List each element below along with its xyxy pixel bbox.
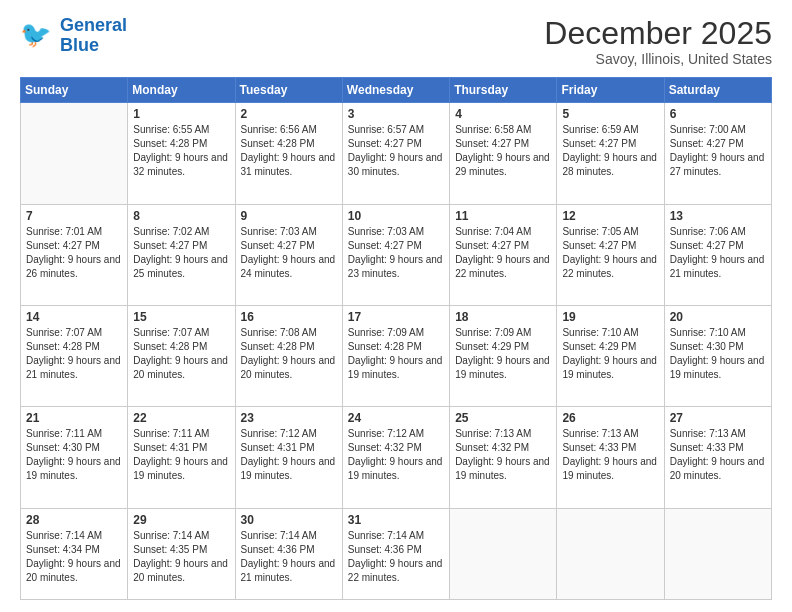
calendar-cell: 6Sunrise: 7:00 AMSunset: 4:27 PMDaylight… — [664, 103, 771, 204]
sunrise-text: Sunrise: 7:08 AM — [241, 326, 337, 340]
sunset-text: Sunset: 4:33 PM — [562, 441, 658, 455]
day-info: Sunrise: 6:58 AMSunset: 4:27 PMDaylight:… — [455, 123, 551, 179]
daylight-text: Daylight: 9 hours and 21 minutes. — [670, 253, 766, 281]
sunset-text: Sunset: 4:27 PM — [348, 137, 444, 151]
sunset-text: Sunset: 4:27 PM — [670, 137, 766, 151]
daylight-text: Daylight: 9 hours and 19 minutes. — [348, 354, 444, 382]
day-info: Sunrise: 6:57 AMSunset: 4:27 PMDaylight:… — [348, 123, 444, 179]
daylight-text: Daylight: 9 hours and 28 minutes. — [562, 151, 658, 179]
sunrise-text: Sunrise: 7:13 AM — [455, 427, 551, 441]
sunset-text: Sunset: 4:31 PM — [133, 441, 229, 455]
day-info: Sunrise: 7:14 AMSunset: 4:36 PMDaylight:… — [348, 529, 444, 585]
day-number: 22 — [133, 411, 229, 425]
calendar-week-row: 7Sunrise: 7:01 AMSunset: 4:27 PMDaylight… — [21, 204, 772, 305]
day-info: Sunrise: 6:56 AMSunset: 4:28 PMDaylight:… — [241, 123, 337, 179]
sunset-text: Sunset: 4:28 PM — [348, 340, 444, 354]
daylight-text: Daylight: 9 hours and 20 minutes. — [26, 557, 122, 585]
sunrise-text: Sunrise: 7:10 AM — [670, 326, 766, 340]
calendar-cell: 21Sunrise: 7:11 AMSunset: 4:30 PMDayligh… — [21, 407, 128, 508]
sunset-text: Sunset: 4:30 PM — [670, 340, 766, 354]
day-number: 8 — [133, 209, 229, 223]
sunset-text: Sunset: 4:27 PM — [26, 239, 122, 253]
sunrise-text: Sunrise: 7:09 AM — [455, 326, 551, 340]
sunrise-text: Sunrise: 7:11 AM — [26, 427, 122, 441]
day-info: Sunrise: 7:08 AMSunset: 4:28 PMDaylight:… — [241, 326, 337, 382]
calendar-cell: 26Sunrise: 7:13 AMSunset: 4:33 PMDayligh… — [557, 407, 664, 508]
day-number: 11 — [455, 209, 551, 223]
daylight-text: Daylight: 9 hours and 19 minutes. — [133, 455, 229, 483]
sunrise-text: Sunrise: 7:02 AM — [133, 225, 229, 239]
sunset-text: Sunset: 4:28 PM — [241, 137, 337, 151]
sunset-text: Sunset: 4:27 PM — [562, 137, 658, 151]
day-number: 29 — [133, 513, 229, 527]
sunset-text: Sunset: 4:29 PM — [562, 340, 658, 354]
day-number: 7 — [26, 209, 122, 223]
day-number: 18 — [455, 310, 551, 324]
day-number: 28 — [26, 513, 122, 527]
calendar-cell: 19Sunrise: 7:10 AMSunset: 4:29 PMDayligh… — [557, 305, 664, 406]
calendar-cell: 23Sunrise: 7:12 AMSunset: 4:31 PMDayligh… — [235, 407, 342, 508]
day-number: 19 — [562, 310, 658, 324]
sunset-text: Sunset: 4:32 PM — [348, 441, 444, 455]
sunset-text: Sunset: 4:32 PM — [455, 441, 551, 455]
logo-text: General Blue — [60, 16, 127, 56]
day-number: 26 — [562, 411, 658, 425]
sunrise-text: Sunrise: 6:59 AM — [562, 123, 658, 137]
weekday-header: Monday — [128, 78, 235, 103]
daylight-text: Daylight: 9 hours and 19 minutes. — [455, 455, 551, 483]
sunrise-text: Sunrise: 7:00 AM — [670, 123, 766, 137]
weekday-header: Friday — [557, 78, 664, 103]
weekday-header: Tuesday — [235, 78, 342, 103]
calendar-cell: 15Sunrise: 7:07 AMSunset: 4:28 PMDayligh… — [128, 305, 235, 406]
daylight-text: Daylight: 9 hours and 20 minutes. — [133, 354, 229, 382]
calendar-cell: 8Sunrise: 7:02 AMSunset: 4:27 PMDaylight… — [128, 204, 235, 305]
day-number: 5 — [562, 107, 658, 121]
page: 🐦 General Blue December 2025 Savoy, Illi… — [0, 0, 792, 612]
sunset-text: Sunset: 4:31 PM — [241, 441, 337, 455]
day-info: Sunrise: 7:03 AMSunset: 4:27 PMDaylight:… — [241, 225, 337, 281]
calendar-cell: 18Sunrise: 7:09 AMSunset: 4:29 PMDayligh… — [450, 305, 557, 406]
calendar-cell — [450, 508, 557, 599]
day-info: Sunrise: 7:06 AMSunset: 4:27 PMDaylight:… — [670, 225, 766, 281]
title-block: December 2025 Savoy, Illinois, United St… — [544, 16, 772, 67]
daylight-text: Daylight: 9 hours and 19 minutes. — [562, 455, 658, 483]
daylight-text: Daylight: 9 hours and 20 minutes. — [133, 557, 229, 585]
month-title: December 2025 — [544, 16, 772, 51]
sunrise-text: Sunrise: 7:12 AM — [348, 427, 444, 441]
day-number: 1 — [133, 107, 229, 121]
sunrise-text: Sunrise: 7:12 AM — [241, 427, 337, 441]
day-number: 16 — [241, 310, 337, 324]
sunset-text: Sunset: 4:36 PM — [348, 543, 444, 557]
weekday-header: Sunday — [21, 78, 128, 103]
sunrise-text: Sunrise: 7:14 AM — [26, 529, 122, 543]
day-info: Sunrise: 7:11 AMSunset: 4:30 PMDaylight:… — [26, 427, 122, 483]
sunset-text: Sunset: 4:36 PM — [241, 543, 337, 557]
day-info: Sunrise: 7:04 AMSunset: 4:27 PMDaylight:… — [455, 225, 551, 281]
daylight-text: Daylight: 9 hours and 19 minutes. — [348, 455, 444, 483]
sunrise-text: Sunrise: 7:04 AM — [455, 225, 551, 239]
calendar-cell: 14Sunrise: 7:07 AMSunset: 4:28 PMDayligh… — [21, 305, 128, 406]
sunrise-text: Sunrise: 6:56 AM — [241, 123, 337, 137]
sunset-text: Sunset: 4:27 PM — [562, 239, 658, 253]
day-info: Sunrise: 7:11 AMSunset: 4:31 PMDaylight:… — [133, 427, 229, 483]
day-info: Sunrise: 7:14 AMSunset: 4:34 PMDaylight:… — [26, 529, 122, 585]
sunrise-text: Sunrise: 7:14 AM — [241, 529, 337, 543]
day-number: 9 — [241, 209, 337, 223]
calendar-cell — [557, 508, 664, 599]
sunrise-text: Sunrise: 7:11 AM — [133, 427, 229, 441]
calendar-cell: 5Sunrise: 6:59 AMSunset: 4:27 PMDaylight… — [557, 103, 664, 204]
calendar-cell: 22Sunrise: 7:11 AMSunset: 4:31 PMDayligh… — [128, 407, 235, 508]
day-number: 15 — [133, 310, 229, 324]
day-info: Sunrise: 6:55 AMSunset: 4:28 PMDaylight:… — [133, 123, 229, 179]
sunset-text: Sunset: 4:27 PM — [133, 239, 229, 253]
svg-text:🐦: 🐦 — [20, 19, 52, 50]
daylight-text: Daylight: 9 hours and 21 minutes. — [26, 354, 122, 382]
sunset-text: Sunset: 4:28 PM — [26, 340, 122, 354]
calendar-cell: 2Sunrise: 6:56 AMSunset: 4:28 PMDaylight… — [235, 103, 342, 204]
sunrise-text: Sunrise: 6:55 AM — [133, 123, 229, 137]
sunset-text: Sunset: 4:27 PM — [670, 239, 766, 253]
sunrise-text: Sunrise: 7:05 AM — [562, 225, 658, 239]
daylight-text: Daylight: 9 hours and 30 minutes. — [348, 151, 444, 179]
day-info: Sunrise: 7:02 AMSunset: 4:27 PMDaylight:… — [133, 225, 229, 281]
calendar-cell: 13Sunrise: 7:06 AMSunset: 4:27 PMDayligh… — [664, 204, 771, 305]
